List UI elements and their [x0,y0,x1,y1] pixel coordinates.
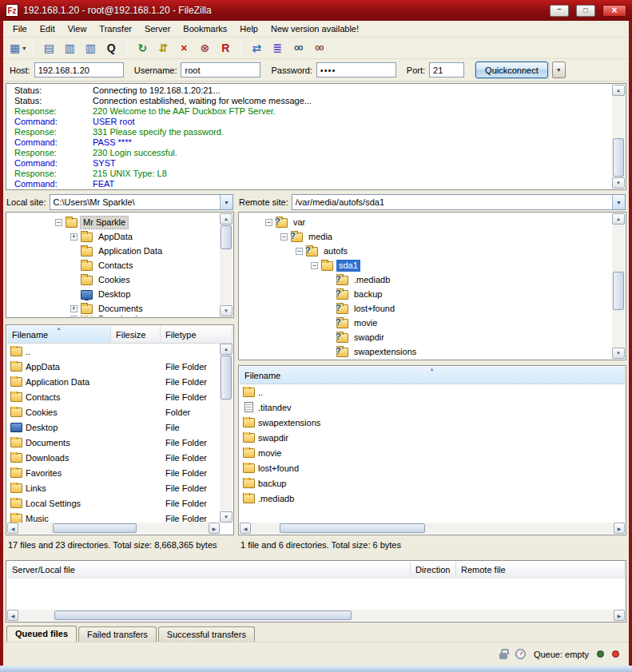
title-bar[interactable]: Fz 192.168.1.20 - root@192.168.1.20 - Fi… [0,0,632,21]
minimize-button[interactable] [550,5,569,17]
file-row-movie[interactable]: movie [240,445,625,460]
menu-item-bookmarks[interactable]: Bookmarks [177,22,233,36]
expand-icon[interactable]: + [70,316,78,316]
file-row-swapextensions[interactable]: swapextensions [240,415,625,430]
tree-item-desktop[interactable]: Desktop [7,287,219,301]
tree-item-documents[interactable]: +Documents [7,301,219,316]
scrollbar-track[interactable] [612,96,625,177]
speed-limits-icon[interactable] [515,649,526,659]
scroll-down-button[interactable] [220,511,233,523]
file-row-mediadb[interactable]: .mediadb [240,491,625,506]
tree-item-movie[interactable]: movie [240,316,611,330]
file-row-desktop[interactable]: DesktopFile [7,420,220,435]
reconnect-button[interactable]: R [216,39,235,57]
tree-item-cookies[interactable]: Cookies [7,272,219,287]
menu-item-new-version-available[interactable]: New version available! [264,22,365,36]
local-tree-toggle-button[interactable]: ▥ [60,39,79,57]
file-row-contacts[interactable]: ContactsFile Folder [7,389,220,404]
scrollbar-track[interactable] [18,610,614,621]
file-row-documents[interactable]: DocumentsFile Folder [7,435,220,450]
file-row-item[interactable]: .. [240,384,625,400]
file-row-item[interactable]: .. [7,344,220,359]
queue-toggle-button[interactable]: Q [101,39,121,57]
file-row-links[interactable]: LinksFile Folder [7,480,220,495]
tree-item-application-data[interactable]: Application Data [7,244,219,258]
menu-item-help[interactable]: Help [233,22,264,36]
menu-item-edit[interactable]: Edit [34,22,62,36]
scrollbar-track[interactable] [612,225,625,348]
file-row-lost-found[interactable]: lost+found [240,460,625,475]
file-row-application-data[interactable]: Application DataFile Folder [7,374,220,389]
scrollbar-track[interactable] [220,355,233,511]
remote-tree-scrollbar[interactable] [612,213,625,359]
quickconnect-dropdown-button[interactable] [552,62,566,78]
column-header-filename[interactable]: ▴Filename [240,367,625,384]
scrollbar-thumb[interactable] [613,272,624,310]
tab-failed-transfers[interactable]: Failed transfers [78,626,157,642]
site-manager-dropdown-icon[interactable] [22,45,26,52]
scrollbar-track[interactable] [18,523,209,534]
scrollbar-thumb[interactable] [221,225,232,249]
scroll-right-button[interactable] [209,523,220,534]
collapse-icon[interactable]: − [55,219,62,226]
scroll-up-button[interactable] [220,213,233,225]
tree-item-autofs[interactable]: −autofs [240,244,611,258]
queue-column-header-direction[interactable]: Direction [411,562,456,579]
file-row-appdata[interactable]: AppDataFile Folder [7,359,220,374]
collapse-icon[interactable]: − [311,262,318,269]
local-tree-splitter[interactable] [6,318,234,324]
tree-item-downloads[interactable]: +Downloads [7,316,219,316]
collapse-icon[interactable]: − [280,233,288,241]
file-row-downloads[interactable]: DownloadsFile Folder [7,450,220,465]
quickconnect-button[interactable]: Quickconnect [475,62,548,78]
expand-icon[interactable]: + [70,233,78,241]
menu-item-file[interactable]: File [6,22,34,36]
remote-tree-toggle-button[interactable]: ▥ [81,39,100,57]
tab-successful-transfers[interactable]: Successful transfers [158,626,255,642]
tree-item-contacts[interactable]: Contacts [7,258,219,272]
tree-item-lost-found[interactable]: lost+found [240,301,611,316]
site-manager-button[interactable]: ▦ [8,39,27,57]
scroll-left-button[interactable] [7,610,18,621]
maximize-button[interactable] [576,5,595,17]
host-input[interactable] [34,62,124,78]
scroll-up-button[interactable] [612,213,625,225]
scroll-right-button[interactable] [614,523,625,534]
file-row-titandev[interactable]: .titandev [240,400,625,415]
scrollbar-thumb[interactable] [221,356,232,400]
scroll-left-button[interactable] [7,523,18,534]
scroll-left-button[interactable] [240,523,251,534]
file-row-music[interactable]: MusicFile Folder [7,511,220,523]
scroll-down-button[interactable] [220,305,233,316]
chevron-down-icon[interactable] [220,195,233,209]
close-button[interactable] [602,5,626,17]
message-log-toggle-button[interactable]: ▤ [39,39,58,57]
tree-item-mediadb[interactable]: .mediadb [240,272,611,287]
tree-item-mr-sparkle[interactable]: −Mr Sparkle [7,215,219,229]
process-queue-button[interactable]: ⇵ [153,39,173,57]
column-header-filename[interactable]: ▴Filename [7,326,111,343]
local-list-scrollbar[interactable] [220,344,233,523]
tree-item-swapdir[interactable]: swapdir [240,330,611,344]
local-list-hscrollbar[interactable] [7,523,220,534]
filter-button[interactable]: oo [288,39,308,57]
remote-site-combo[interactable]: /var/media/autofs/sda1 [292,194,626,210]
collapse-icon[interactable]: − [265,219,272,226]
tree-item-swapextensions[interactable]: swapextensions [240,344,611,359]
synchronized-browsing-button[interactable]: ⇄ [247,39,266,57]
port-input[interactable] [429,62,464,78]
local-site-combo[interactable]: C:\Users\Mr Sparkle\ [50,194,233,210]
directory-comparison-button[interactable]: ≣ [268,39,287,57]
scrollbar-track[interactable] [220,225,233,305]
column-header-filesize[interactable]: Filesize [111,326,161,343]
file-row-favorites[interactable]: FavoritesFile Folder [7,465,220,480]
scrollbar-thumb[interactable] [280,523,425,533]
tree-item-var[interactable]: −var [240,215,611,229]
tree-item-appdata[interactable]: +AppData [7,229,219,244]
tree-item-backup[interactable]: backup [240,287,611,301]
queue-column-header-remote-file[interactable]: Remote file [456,562,625,579]
tree-item-sda1[interactable]: −sda1 [240,258,611,272]
local-tree-scrollbar[interactable] [220,213,233,316]
file-row-backup[interactable]: backup [240,475,625,491]
cancel-button[interactable]: × [174,39,193,57]
